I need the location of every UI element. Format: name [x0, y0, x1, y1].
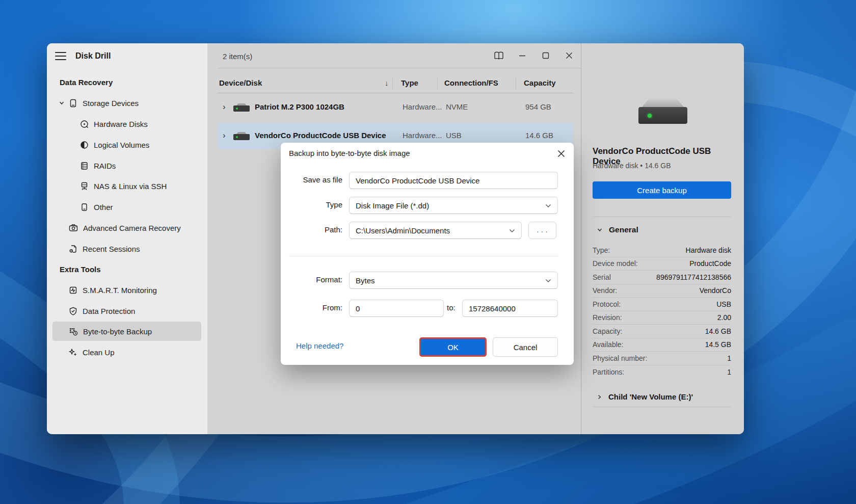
device-name: VendorCo ProductCode USB Device: [255, 131, 386, 140]
browse-button[interactable]: . . .: [528, 222, 556, 239]
device-name: Patriot M.2 P300 1024GB: [255, 102, 344, 111]
sidebar-item-label: Other: [94, 203, 113, 211]
sidebar-item-byte-to-byte-backup[interactable]: Byte-to-byte Backup: [69, 322, 152, 340]
image-type-select[interactable]: Disk Image File (*.dd): [349, 197, 558, 214]
dialog-separator: [289, 256, 558, 256]
sidebar-item-smart-monitoring[interactable]: S.M.A.R.T. Monitoring: [69, 281, 157, 299]
drive-illustration: [638, 98, 687, 125]
property-row-physical-number: Physical number:1: [593, 352, 731, 365]
child-volume-toggle[interactable]: Child 'New Volume (E:)': [593, 387, 731, 407]
sidebar-item-clean-up[interactable]: Clean Up: [69, 343, 115, 361]
raid-icon: [80, 162, 89, 170]
chevron-right-icon[interactable]: ›: [223, 102, 226, 112]
column-separator: [392, 76, 393, 90]
sidebar-item-label: RAIDs: [94, 162, 116, 170]
sidebar: Disk Drill Data Recovery Storage Devices…: [47, 43, 207, 434]
dialog-title: Backup into byte-to-byte disk image: [289, 149, 410, 157]
ok-button[interactable]: OK: [419, 337, 487, 357]
sidebar-item-advanced-camera-recovery[interactable]: Advanced Camera Recovery: [69, 219, 181, 237]
column-separator: [437, 76, 438, 90]
byte-backup-icon: [69, 327, 78, 336]
shield-check-icon: [69, 307, 77, 315]
close-button[interactable]: [557, 43, 581, 68]
details-subtitle: Hardware disk • 14.6 GB: [593, 162, 671, 170]
device-type: Hardware...: [403, 102, 442, 111]
property-row-device-model: Device model:ProductCode: [593, 257, 731, 271]
hardware-disk-icon: [80, 120, 89, 128]
help-needed-link[interactable]: Help needed?: [296, 341, 343, 350]
property-row-revision: Revision:2.00: [593, 311, 731, 325]
camera-icon: [69, 224, 78, 232]
format-row: Format: Bytes: [281, 272, 574, 289]
format-select[interactable]: Bytes: [349, 272, 558, 289]
table-row-patriot[interactable]: › Patriot M.2 P300 1024GB Hardware... NV…: [218, 94, 573, 121]
other-device-icon: [80, 203, 89, 211]
from-input[interactable]: [349, 300, 444, 317]
sidebar-item-hardware-disks[interactable]: Hardware Disks: [80, 115, 148, 133]
items-count: 2 item(s): [223, 52, 252, 61]
from-label: From:: [281, 303, 342, 312]
general-section-label: General: [609, 225, 638, 234]
storage-device-icon: [69, 99, 77, 108]
cancel-button[interactable]: Cancel: [493, 337, 558, 357]
device-connection: NVME: [446, 102, 468, 111]
path-row: Path: C:\Users\Admin\Documents . . .: [281, 222, 574, 239]
smart-monitoring-icon: [69, 286, 77, 295]
chevron-down-icon: [597, 227, 603, 233]
sidebar-item-label: NAS & Linux via SSH: [94, 182, 167, 191]
column-type[interactable]: Type: [401, 78, 418, 87]
chevron-right-icon[interactable]: ›: [223, 130, 226, 141]
sidebar-item-label: Recent Sessions: [83, 245, 140, 253]
section-data-recovery: Data Recovery: [60, 78, 113, 87]
device-capacity: 954 GB: [525, 102, 551, 111]
to-label: to:: [447, 303, 456, 312]
sidebar-item-label: Byte-to-byte Backup: [83, 327, 152, 336]
general-section-toggle[interactable]: General: [597, 225, 638, 234]
sidebar-item-raids[interactable]: RAIDs: [80, 156, 116, 175]
path-select[interactable]: C:\Users\Admin\Documents: [349, 222, 522, 239]
save-as-file-input[interactable]: [349, 172, 558, 189]
column-connection-fs[interactable]: Connection/FS: [444, 78, 498, 87]
column-separator: [516, 76, 516, 90]
property-row-vendor: Vendor:VendorCo: [593, 284, 731, 298]
hamburger-menu-icon[interactable]: [55, 52, 66, 60]
device-capacity: 14.6 GB: [525, 131, 553, 140]
chevron-down-icon: [509, 229, 515, 233]
range-row: From: to:: [281, 300, 574, 317]
sparkle-icon: [69, 348, 77, 357]
column-device-disk[interactable]: Device/Disk: [219, 78, 262, 87]
session-file-icon: [69, 245, 77, 253]
to-input[interactable]: [462, 300, 558, 317]
property-row-capacity: Capacity:14.6 GB: [593, 325, 731, 338]
drive-icon: [233, 103, 250, 112]
backup-dialog: Backup into byte-to-byte disk image Save…: [281, 143, 574, 365]
sidebar-item-recent-sessions[interactable]: Recent Sessions: [69, 240, 140, 258]
section-extra-tools: Extra Tools: [60, 265, 101, 274]
drive-icon: [233, 132, 250, 140]
sidebar-item-label: Advanced Camera Recovery: [83, 224, 181, 232]
type-row: Type Disk Image File (*.dd): [281, 197, 574, 214]
dialog-close-icon[interactable]: [555, 148, 567, 159]
minimize-button[interactable]: [511, 43, 534, 68]
sort-descending-icon[interactable]: ↓: [385, 78, 389, 87]
sidebar-item-label: Clean Up: [83, 348, 115, 357]
column-capacity[interactable]: Capacity: [524, 78, 556, 87]
child-volume-label: Child 'New Volume (E:)': [608, 392, 693, 401]
header-divider: [218, 68, 581, 68]
sidebar-item-data-protection[interactable]: Data Protection: [69, 302, 135, 320]
save-as-label: Save as file: [281, 175, 342, 184]
sidebar-item-nas-linux-ssh[interactable]: NAS & Linux via SSH: [80, 177, 167, 195]
create-backup-button[interactable]: Create backup: [593, 181, 731, 199]
device-type: Hardware...: [403, 131, 442, 140]
help-book-icon[interactable]: [487, 43, 511, 68]
save-as-row: Save as file: [281, 172, 574, 189]
sidebar-item-other[interactable]: Other: [80, 198, 113, 216]
sidebar-item-storage-devices[interactable]: Storage Devices: [59, 94, 139, 112]
device-connection: USB: [446, 131, 462, 140]
app-title: Disk Drill: [75, 51, 111, 61]
format-label: Format:: [281, 275, 342, 284]
sidebar-item-logical-volumes[interactable]: Logical Volumes: [80, 136, 149, 154]
property-row-type: Type:Hardware disk: [593, 244, 731, 257]
maximize-button[interactable]: [534, 43, 557, 68]
sidebar-item-label: Data Protection: [83, 307, 135, 315]
